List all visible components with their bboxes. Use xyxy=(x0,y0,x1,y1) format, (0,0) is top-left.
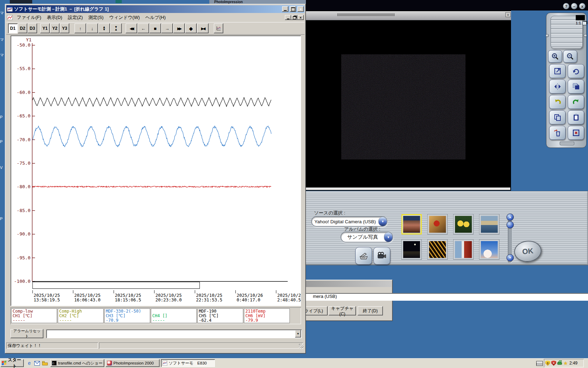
capture-source-dropdown[interactable]: mera (USB) ▼ xyxy=(276,293,588,301)
scroll-up-icon[interactable]: ▲ xyxy=(506,213,514,221)
desktop-icon-label-fragment: V xyxy=(0,165,4,170)
zoom-in-button[interactable] xyxy=(548,50,562,63)
taskbar-task-1[interactable]: C:transfile.cmd へのショート... xyxy=(50,359,104,367)
crop-rotate-button[interactable] xyxy=(568,80,584,94)
toolbar-button-step-back[interactable]: ← xyxy=(138,23,149,33)
toolbar-button-shift-up[interactable]: ↑ xyxy=(75,23,86,33)
close-button[interactable]: x xyxy=(579,3,586,9)
panel-grip[interactable] xyxy=(551,16,583,49)
thumbnail-cardinal-bird[interactable] xyxy=(427,214,448,234)
toolbar-button-compress-scale[interactable]: ▼▲ xyxy=(110,23,122,33)
toolbar-button-expand-scale[interactable]: ▲▼ xyxy=(98,23,110,33)
delete-button[interactable] xyxy=(549,126,566,140)
chevron-down-icon[interactable]: ▼ xyxy=(295,330,301,338)
toolbar-button-fast-forward[interactable]: ▶▶ xyxy=(173,23,185,33)
toolbar-button-d3[interactable]: D3 xyxy=(28,23,37,33)
alarm-reset-button[interactable]: アラームリセット xyxy=(10,329,43,338)
flip-horizontal-button[interactable] xyxy=(549,80,566,94)
toolbar-button-go-to-end[interactable]: ▶◀ xyxy=(197,23,209,33)
svg-text:-55.0: -55.0 xyxy=(17,66,30,71)
minimize-button[interactable]: – xyxy=(571,3,578,9)
menu-item[interactable]: 測定(S) xyxy=(85,14,106,21)
thumbnail-sky-clouds[interactable] xyxy=(479,239,499,260)
paste-button[interactable] xyxy=(568,110,584,124)
close-icon[interactable]: × xyxy=(298,6,304,12)
toolbar-button-graph-view[interactable] xyxy=(214,23,223,33)
svg-text:-75.0: -75.0 xyxy=(17,161,30,166)
toolbar-button-d2[interactable]: D2 xyxy=(18,23,27,33)
maximize-icon[interactable] xyxy=(290,6,296,12)
toolbar-button-center[interactable]: ◆ xyxy=(185,23,197,33)
menu-item[interactable]: ファイル(F) xyxy=(14,14,44,21)
removable-device-icon[interactable] xyxy=(557,360,562,366)
help-button[interactable]: ? xyxy=(563,3,569,9)
child-restore-icon[interactable] xyxy=(291,15,298,20)
zoom-out-button[interactable] xyxy=(563,50,577,63)
thumbnail-harbor-boats[interactable] xyxy=(479,214,499,234)
toolbar-button-shift-down[interactable]: ↓ xyxy=(86,23,98,33)
toolbar-button-y1[interactable]: Y1 xyxy=(40,23,50,33)
photoimpression-titlebar[interactable]: PhotoImpression xyxy=(209,0,306,4)
thumbnail-night-skyline[interactable] xyxy=(401,239,422,260)
photoimpression-topbar xyxy=(294,0,588,11)
desktop-icon-label-fragment: P xyxy=(0,139,4,144)
child-close-icon[interactable]: × xyxy=(298,15,304,20)
redo-button[interactable] xyxy=(568,95,584,109)
copy-button[interactable] xyxy=(549,110,566,124)
security-off-shield-icon[interactable]: × xyxy=(551,361,556,366)
taskbar-task-3[interactable]: ソフトサーモ E830 xyxy=(161,359,215,367)
keyboard-layout-icon[interactable] xyxy=(536,361,543,366)
internet-explorer-icon[interactable]: e xyxy=(26,360,33,367)
desktop-folder-icon[interactable] xyxy=(41,360,48,367)
resize-button[interactable] xyxy=(549,64,566,78)
capture-button[interactable]: キャプチャ(C) xyxy=(329,306,356,315)
toolbar-button-y3[interactable]: Y3 xyxy=(60,23,69,33)
chevron-down-icon[interactable]: ▼ xyxy=(384,232,392,242)
exit-button[interactable]: 終了(D) xyxy=(358,306,383,315)
chevron-down-icon[interactable]: ▼ xyxy=(378,217,387,226)
scroll-thumb[interactable] xyxy=(506,221,514,229)
source-select-dropdown[interactable]: Yahoo! Digital Camera (USB) ▼ xyxy=(311,216,387,227)
app-chart-icon xyxy=(7,7,13,12)
taskbar-task-2[interactable]: PhotoImpression 2000 xyxy=(106,359,160,367)
album-select-dropdown[interactable]: サンプル写真 ▼ xyxy=(341,232,393,243)
thumbnail-yellow-flowers[interactable] xyxy=(453,214,474,234)
fit-window-icon[interactable] xyxy=(582,21,587,25)
thumbnail-red-rock-spires[interactable] xyxy=(401,214,422,234)
panel-grip-small[interactable] xyxy=(560,141,574,145)
thumbnail-image-lighthouse-ship xyxy=(455,241,472,258)
alarm-list-dropdown[interactable]: ▼ xyxy=(46,329,302,338)
ok-button[interactable]: OK xyxy=(513,239,542,263)
svg-text:-85.0: -85.0 xyxy=(17,208,30,213)
softthermo-titlebar[interactable]: ソフトサーモ計測－計測1 － [折れ線グラフ 1] × xyxy=(6,5,304,13)
menu-item[interactable]: ヘルプ(H) xyxy=(142,14,168,21)
security-alert-shield-icon[interactable]: ! xyxy=(545,361,550,366)
menu-item[interactable]: 表示(D) xyxy=(44,14,65,21)
thumbnail-gold-weave[interactable] xyxy=(427,239,448,260)
softthermo-window: ソフトサーモ計測－計測1 － [折れ線グラフ 1] × ファイル(F)表示(D)… xyxy=(5,4,306,354)
child-minimize-icon[interactable] xyxy=(285,15,291,20)
preview-close-icon[interactable]: x xyxy=(505,12,511,17)
toolbar-button-d1[interactable]: D1 xyxy=(8,23,18,33)
start-button[interactable]: スタート xyxy=(1,359,24,367)
thumbnail-lighthouse-ship[interactable] xyxy=(453,239,474,260)
menu-item[interactable]: ウィンドウ(W) xyxy=(106,14,142,21)
toolbar-button-step-forward[interactable]: → xyxy=(161,23,173,33)
outlook-express-icon[interactable] xyxy=(34,360,41,367)
toolbar-button-stop[interactable]: ■ xyxy=(149,23,161,33)
child-chart-icon[interactable] xyxy=(7,15,13,20)
rotate-button[interactable] xyxy=(568,64,584,78)
svg-text:2025/10/2516:06:43.0: 2025/10/2516:06:43.0 xyxy=(74,293,100,302)
star-icon[interactable]: ★ xyxy=(564,361,568,366)
close-image-button[interactable] xyxy=(568,126,584,140)
resize-grip[interactable] xyxy=(299,344,303,348)
scanner-source-button[interactable] xyxy=(355,247,372,265)
undo-button[interactable] xyxy=(549,95,566,109)
toolbar-button-fast-rewind[interactable]: ◀◀ xyxy=(126,23,137,33)
scroll-down-icon[interactable]: ▼ xyxy=(506,254,514,261)
toolbar-button-y2[interactable]: Y2 xyxy=(50,23,59,33)
menubar: ファイル(F)表示(D)設定(Z)測定(S)ウィンドウ(W)ヘルプ(H) × xyxy=(6,14,304,21)
minimize-icon[interactable] xyxy=(282,6,288,12)
menu-item[interactable]: 設定(Z) xyxy=(65,14,86,21)
camera-source-button[interactable] xyxy=(373,247,390,265)
